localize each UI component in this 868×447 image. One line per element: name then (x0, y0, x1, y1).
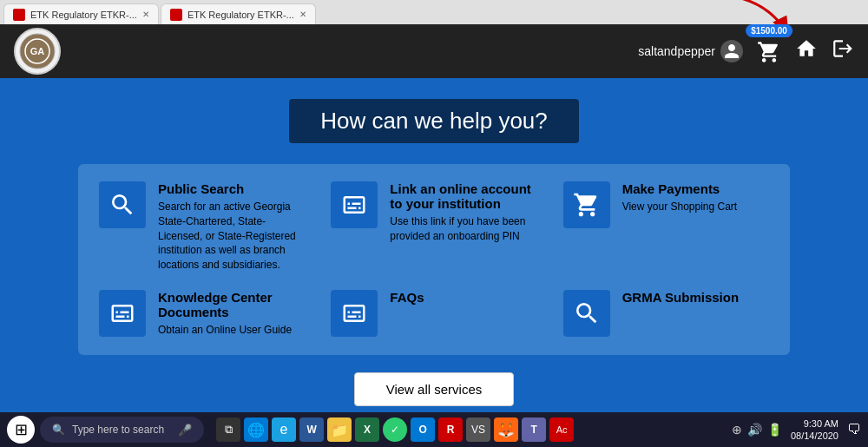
logout-button[interactable] (832, 37, 854, 65)
main-title: How can we help you? (289, 99, 579, 143)
taskbar-app-firefox[interactable]: 🦊 (494, 417, 518, 442)
taskbar-date-display: 08/14/2020 (791, 430, 838, 442)
windows-start-button[interactable]: ⊞ (7, 416, 35, 444)
taskbar-apps: ⧉ 🌐 e W 📁 X ✓ O R VS 🦊 T Ac (216, 417, 574, 442)
view-all-services-button[interactable]: View all services (354, 372, 515, 406)
knowledge-center-title: Knowledge Center Documents (158, 290, 305, 319)
make-payments-icon-box (563, 181, 610, 228)
make-payments-title: Make Payments (622, 181, 738, 196)
make-payments-text: Make Payments View your Shopping Cart (622, 181, 738, 214)
tab-favicon-2 (170, 9, 182, 21)
tab-close-1[interactable]: ✕ (142, 10, 149, 19)
username-label: saltandpepper (638, 44, 715, 58)
taskbar: ⊞ 🔍 Type here to search 🎤 ⧉ 🌐 e W 📁 X ✓ … (0, 412, 868, 447)
taskbar-app-app2[interactable]: R (438, 417, 463, 442)
taskbar-app-ie[interactable]: e (272, 417, 296, 442)
card-grma[interactable]: GRMA Submission (563, 290, 769, 338)
browser-tabs: ETK Regulatory ETKR-... ✕ ETK Regulatory… (0, 0, 868, 24)
tab-label-2: ETK Regulatory ETKR-... (187, 10, 294, 20)
tab-label-1: ETK Regulatory ETKR-... (30, 10, 137, 20)
grma-text: GRMA Submission (622, 290, 739, 308)
public-search-text: Public Search Search for an active Georg… (158, 181, 305, 273)
tab-favicon-1 (13, 9, 25, 21)
faqs-title: FAQs (390, 290, 424, 305)
battery-icon: 🔋 (767, 423, 782, 437)
taskbar-right: ⊕ 🔊 🔋 9:30 AM 08/14/2020 🗨 (732, 417, 861, 443)
taskbar-time-display: 9:30 AM (791, 417, 838, 430)
taskbar-search-label: Type here to search (72, 424, 164, 436)
user-info[interactable]: saltandpepper (638, 40, 743, 62)
taskbar-app-task-view[interactable]: ⧉ (216, 417, 240, 442)
taskbar-app-excel[interactable]: X (355, 417, 379, 442)
taskbar-app-edge[interactable]: 🌐 (244, 417, 268, 442)
svg-text:GA: GA (30, 46, 45, 56)
faqs-icon-box (331, 290, 378, 337)
knowledge-center-icon-box (99, 290, 146, 337)
tab-close-2[interactable]: ✕ (299, 10, 306, 19)
browser-tab-1[interactable]: ETK Regulatory ETKR-... ✕ (3, 3, 159, 24)
faqs-text: FAQs (390, 290, 424, 308)
make-payments-desc: View your Shopping Cart (622, 200, 738, 214)
link-account-title: Link an online account to your instituti… (390, 181, 536, 211)
link-account-desc: Use this link if you have been provided … (390, 214, 536, 244)
taskbar-app-app1[interactable]: ✓ (383, 417, 407, 442)
cart-amount-badge: $1500.00 (746, 24, 792, 37)
card-link-account[interactable]: Link an online account to your instituti… (331, 181, 536, 273)
card-make-payments[interactable]: Make Payments View your Shopping Cart (563, 181, 769, 273)
notification-icon[interactable]: 🗨 (847, 422, 861, 437)
cards-grid: Public Search Search for an active Georg… (78, 164, 790, 355)
taskbar-app-explorer[interactable]: 📁 (327, 417, 352, 442)
taskbar-app-outlook[interactable]: O (411, 417, 435, 442)
user-avatar-icon (720, 40, 743, 62)
taskbar-icons: ⊕ 🔊 🔋 (732, 423, 782, 437)
taskbar-clock: 9:30 AM 08/14/2020 (791, 417, 838, 443)
browser-tab-2[interactable]: ETK Regulatory ETKR-... ✕ (161, 3, 316, 24)
header: GA saltandpepper (0, 24, 868, 78)
card-public-search[interactable]: Public Search Search for an active Georg… (99, 181, 305, 273)
grma-icon-box (563, 290, 610, 337)
header-right: saltandpepper $1500.00 (638, 33, 854, 69)
grma-title: GRMA Submission (622, 290, 739, 305)
volume-icon: 🔊 (747, 423, 762, 437)
taskbar-app-acrobat[interactable]: Ac (549, 417, 574, 442)
knowledge-center-desc: Obtain an Online User Guide (158, 323, 305, 338)
mic-icon: 🎤 (178, 424, 192, 437)
search-mic-icon: 🔍 (52, 424, 65, 436)
cart-icon (757, 40, 781, 69)
link-account-icon-box (331, 181, 378, 228)
public-search-desc: Search for an active Georgia State-Chart… (158, 200, 305, 273)
public-search-title: Public Search (158, 181, 305, 196)
public-search-icon-box (99, 181, 146, 228)
knowledge-center-text: Knowledge Center Documents Obtain an Onl… (158, 290, 305, 338)
card-knowledge-center[interactable]: Knowledge Center Documents Obtain an Onl… (99, 290, 305, 338)
link-account-text: Link an online account to your instituti… (390, 181, 536, 244)
network-icon: ⊕ (732, 423, 742, 437)
taskbar-app-app3[interactable]: VS (466, 417, 490, 442)
home-button[interactable] (795, 37, 818, 65)
taskbar-app-word[interactable]: W (299, 417, 324, 442)
cart-container[interactable]: $1500.00 (757, 33, 781, 69)
site-logo[interactable]: GA (14, 28, 61, 75)
taskbar-app-teams[interactable]: T (522, 417, 546, 442)
card-faqs[interactable]: FAQs (331, 290, 536, 338)
taskbar-search-box[interactable]: 🔍 Type here to search 🎤 (40, 417, 204, 443)
main-content: How can we help you? Public Search Searc… (0, 78, 868, 412)
